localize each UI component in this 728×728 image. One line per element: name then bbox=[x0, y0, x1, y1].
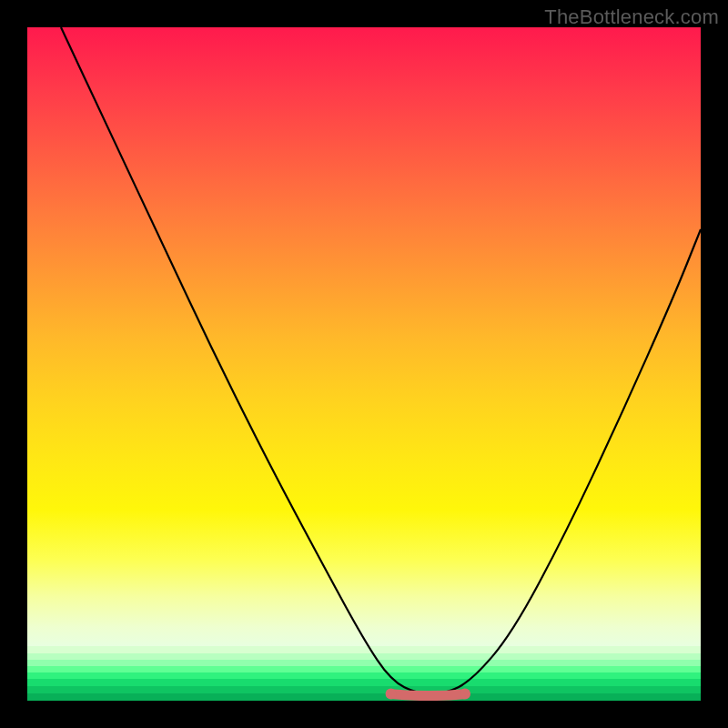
plot-area bbox=[27, 27, 701, 701]
flat-segment-start-dot bbox=[386, 689, 397, 700]
flat-segment-end-dot bbox=[460, 689, 470, 700]
chart-frame: TheBottleneck.com bbox=[0, 0, 728, 728]
watermark-text: TheBottleneck.com bbox=[544, 5, 719, 29]
curve-svg bbox=[27, 27, 701, 701]
bottleneck-curve-path bbox=[61, 27, 701, 694]
flat-segment-path bbox=[391, 694, 465, 696]
